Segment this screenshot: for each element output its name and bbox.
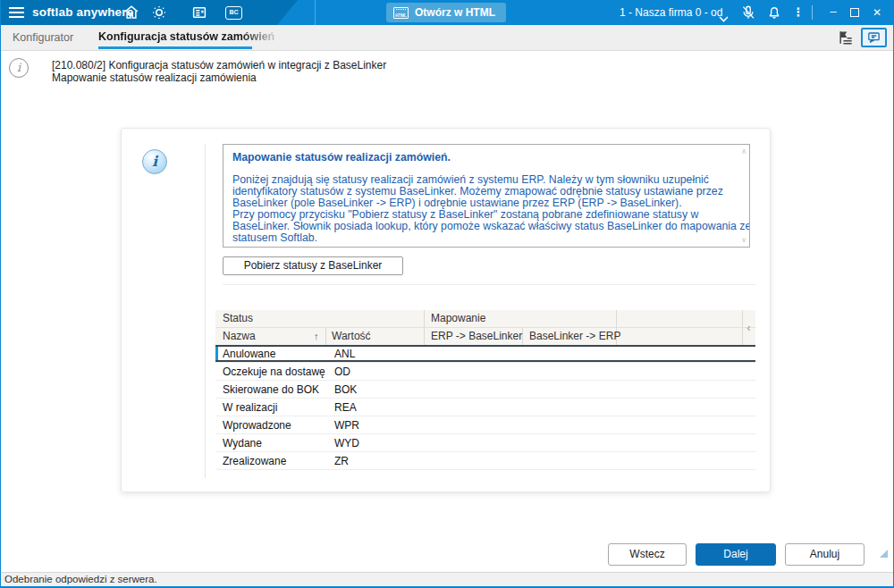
cell-nazwa: W realizacji — [223, 399, 277, 416]
next-button[interactable]: Dalej — [696, 543, 776, 566]
open-in-html-button[interactable]: HTML Otwórz w HTML — [386, 3, 506, 22]
comment-icon[interactable] — [861, 28, 887, 47]
document-outline-icon[interactable] — [837, 29, 855, 46]
cell-nazwa: Skierowane do BOK — [223, 381, 319, 399]
cell-wartosc: OD — [334, 363, 350, 381]
cell-wartosc: WPR — [334, 416, 359, 434]
chevron-down-icon[interactable] — [719, 10, 729, 26]
description-body: Poniżej znajdują się statusy realizacji … — [232, 174, 728, 244]
open-in-html-label: Otwórz w HTML — [415, 6, 495, 19]
group-header-mapowanie: Mapowanie — [431, 310, 485, 327]
table-row[interactable]: Wprowadzone WPR — [215, 416, 755, 434]
column-header-baselinker-erp[interactable]: BaseLinker -> ERP — [529, 327, 620, 345]
cancel-button[interactable]: Anuluj — [785, 543, 864, 566]
cell-nazwa: Anulowane — [223, 345, 275, 363]
info-bubble-icon: i — [142, 149, 167, 174]
cell-wartosc: REA — [334, 399, 357, 416]
table-header: Status Mapowanie Nazwa ↑ Wartość ERP -> … — [215, 310, 755, 345]
cell-nazwa: Wprowadzone — [223, 416, 291, 434]
cell-wartosc: BOK — [334, 381, 357, 399]
header-separator — [325, 327, 326, 345]
bell-icon[interactable] — [766, 4, 782, 21]
maximize-button[interactable] — [850, 8, 859, 17]
app-title: softlab anywhere — [32, 0, 133, 25]
resize-grip[interactable] — [880, 550, 888, 558]
tab-konfigurator[interactable]: Konfigurator — [13, 25, 73, 50]
close-button[interactable]: ✕ — [868, 0, 886, 25]
cell-wartosc: WYD — [334, 434, 359, 452]
company-selector[interactable]: 1 - Nasza firma 0 - od — [620, 0, 722, 25]
more-options-icon[interactable]: ⋮ — [792, 0, 805, 25]
microphone-muted-icon[interactable] — [740, 4, 756, 21]
cell-wartosc: ANL — [334, 345, 355, 363]
column-header-erp-baselinker[interactable]: ERP -> BaseLinker — [431, 327, 522, 345]
minimize-button[interactable]: – — [824, 0, 842, 25]
cell-nazwa: Zrealizowane — [223, 452, 286, 470]
html-window-icon: HTML — [393, 7, 409, 19]
table-row[interactable]: Skierowane do BOK BOK — [215, 381, 755, 399]
cell-nazwa: Wydane — [223, 434, 262, 452]
description-panel: Mapowanie statusów realizacji zamówień. … — [223, 144, 750, 248]
info-icon: i — [9, 58, 29, 78]
back-button[interactable]: Wstecz — [608, 543, 687, 566]
page-subtitle: Mapowanie statusów realizacji zamówienia — [52, 71, 257, 84]
cell-wartosc: ZR — [334, 452, 349, 470]
cell-nazwa: Oczekuje na dostawę — [223, 363, 325, 381]
table-row[interactable]: Oczekuje na dostawę OD — [215, 363, 755, 381]
column-header-wartosc[interactable]: Wartość — [332, 327, 371, 345]
status-mapping-table: Status Mapowanie Nazwa ↑ Wartość ERP -> … — [215, 310, 755, 470]
description-title: Mapowanie statusów realizacji zamówień. — [232, 151, 728, 164]
window-frame-left — [0, 0, 1, 588]
window-controls-separator — [812, 5, 813, 20]
title-bar-separator — [315, 0, 316, 25]
title-bar: softlab anywhere BC HTML Otwórz w HTML 1… — [0, 0, 894, 25]
status-bar: Odebranie odpowiedzi z serwera. — [0, 572, 894, 586]
header-separator — [424, 310, 425, 345]
column-header-nazwa[interactable]: Nazwa — [223, 327, 256, 345]
wizard-card: i Mapowanie statusów realizacji zamówień… — [121, 128, 771, 492]
description-line: statusem Softlab. — [232, 232, 728, 244]
home-icon[interactable] — [123, 4, 139, 21]
table-row[interactable]: W realizacji REA — [215, 399, 755, 416]
news-icon[interactable] — [191, 4, 207, 21]
sort-ascending-icon[interactable]: ↑ — [314, 327, 319, 345]
scroll-up-icon[interactable]: ∧ — [741, 147, 746, 155]
active-tab-underline — [98, 46, 252, 49]
sun-icon[interactable] — [151, 4, 167, 21]
tab-konfiguracja-statusow[interactable]: Konfiguracja statusów zamówień — [98, 25, 277, 47]
collapse-panel-icon[interactable]: ‹ — [742, 310, 755, 345]
table-body: Anulowane ANL Oczekuje na dostawę OD Ski… — [215, 345, 755, 470]
table-row[interactable]: Anulowane ANL — [215, 345, 755, 363]
menu-icon[interactable] — [9, 7, 24, 18]
page-title: [210.080/2] Konfiguracja statusów zamówi… — [52, 59, 386, 71]
section-divider — [223, 284, 755, 285]
card-vertical-separator — [205, 144, 206, 478]
fetch-statuses-button[interactable]: Pobierz statusy z BaseLinker — [223, 256, 403, 275]
scroll-down-icon[interactable]: ∨ — [741, 236, 746, 244]
bc-icon[interactable]: BC — [225, 6, 242, 20]
table-row[interactable]: Zrealizowane ZR — [215, 452, 755, 470]
table-row[interactable]: Wydane WYD — [215, 434, 755, 452]
group-header-status: Status — [223, 310, 253, 327]
